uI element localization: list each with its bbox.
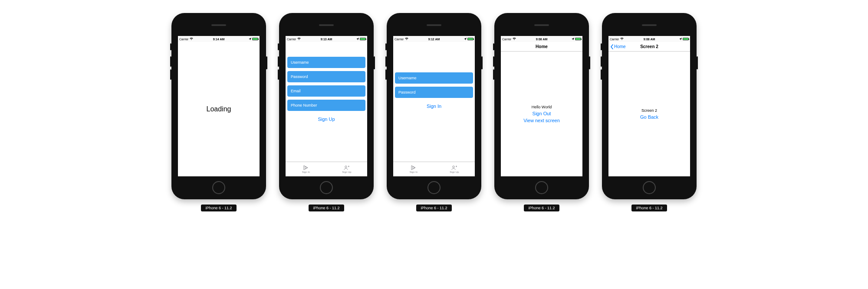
device-4: Carrier 9:08 AM Home Hello World Sign [494, 13, 589, 211]
phone-field[interactable]: Phone Number [287, 100, 365, 111]
battery-icon [467, 38, 473, 40]
screen: Carrier 9:13 AM Username Password Email … [286, 36, 367, 176]
tab-signup-label: Sign Up [450, 171, 459, 173]
tab-signin-label: Sign In [302, 171, 310, 173]
tab-signin[interactable]: Sign In [286, 162, 326, 176]
svg-point-1 [453, 166, 454, 168]
tab-bar: Sign In Sign Up [393, 162, 475, 176]
nav-title: Home [536, 44, 548, 49]
battery-icon [575, 38, 581, 40]
device-1: Carrier 9:14 AM Loading iPhone 6 - [171, 13, 266, 211]
chevron-left-icon [610, 44, 614, 49]
status-bar: Carrier 9:08 AM [608, 36, 690, 42]
phone-frame: Carrier 9:14 AM Loading [171, 13, 266, 199]
svg-point-0 [345, 166, 347, 168]
status-time: 9:13 AM [286, 38, 367, 41]
home-button[interactable] [212, 181, 225, 194]
view-next-button[interactable]: View next screen [523, 118, 560, 123]
tab-signup[interactable]: Sign Up [434, 162, 475, 176]
username-field[interactable]: Username [395, 72, 473, 84]
tab-signup[interactable]: Sign Up [326, 162, 367, 176]
status-time: 9:12 AM [393, 38, 475, 41]
status-bar: Carrier 9:08 AM [501, 36, 582, 42]
username-field[interactable]: Username [287, 57, 365, 68]
password-field[interactable]: Password [395, 87, 473, 98]
battery-icon [252, 38, 258, 40]
tab-bar: Sign In Sign Up [286, 162, 367, 176]
simulator-label: iPhone 6 - 11.2 [416, 205, 451, 211]
nav-back-label: Home [614, 44, 626, 49]
screen: Carrier 9:08 AM Home Screen 2 [608, 36, 690, 176]
signin-icon [411, 165, 417, 170]
signin-button[interactable]: Sign In [395, 101, 473, 111]
home-button[interactable] [535, 181, 548, 194]
status-time: 9:14 AM [178, 38, 260, 41]
status-bar: Carrier 9:14 AM [178, 36, 260, 42]
signup-button[interactable]: Sign Up [287, 114, 365, 124]
screen2-label: Screen 2 [641, 108, 657, 113]
battery-icon [360, 38, 366, 40]
screen: Carrier 9:08 AM Home Hello World Sign [501, 36, 582, 176]
simulator-label: iPhone 6 - 11.2 [631, 205, 667, 211]
tab-signin[interactable]: Sign In [393, 162, 434, 176]
simulator-label: iPhone 6 - 11.2 [524, 205, 559, 211]
phone-frame: Carrier 9:12 AM Username Password Sign I… [387, 13, 481, 199]
status-time: 9:08 AM [608, 38, 690, 41]
email-field[interactable]: Email [287, 85, 365, 97]
nav-back-button[interactable]: Home [610, 42, 626, 51]
screen: Carrier 9:12 AM Username Password Sign I… [393, 36, 475, 176]
password-field[interactable]: Password [287, 71, 365, 82]
signup-icon [344, 165, 350, 170]
battery-icon [683, 38, 689, 40]
nav-title: Screen 2 [640, 44, 658, 49]
home-button[interactable] [427, 181, 441, 194]
nav-bar: Home Screen 2 [608, 42, 690, 52]
home-button[interactable] [643, 181, 656, 194]
status-time: 9:08 AM [501, 38, 582, 41]
device-3: Carrier 9:12 AM Username Password Sign I… [387, 13, 481, 211]
home-button[interactable] [320, 181, 333, 194]
device-5: Carrier 9:08 AM Home Screen 2 [602, 13, 697, 211]
screen: Carrier 9:14 AM Loading [178, 36, 260, 176]
signin-icon [303, 165, 309, 170]
goback-button[interactable]: Go Back [640, 114, 658, 120]
phone-frame: Carrier 9:13 AM Username Password Email … [279, 13, 374, 199]
simulator-label: iPhone 6 - 11.2 [309, 205, 344, 211]
simulator-label: iPhone 6 - 11.2 [201, 205, 236, 211]
hello-label: Hello World [532, 105, 552, 109]
loading-label: Loading [207, 105, 231, 113]
status-bar: Carrier 9:13 AM [286, 36, 367, 42]
status-bar: Carrier 9:12 AM [393, 36, 475, 42]
device-2: Carrier 9:13 AM Username Password Email … [279, 13, 374, 211]
signup-icon [451, 165, 457, 170]
phone-frame: Carrier 9:08 AM Home Hello World Sign [494, 13, 589, 199]
signout-button[interactable]: Sign Out [533, 111, 551, 116]
nav-bar: Home [501, 42, 582, 52]
tab-signup-label: Sign Up [342, 171, 351, 173]
tab-signin-label: Sign In [410, 171, 418, 173]
phone-frame: Carrier 9:08 AM Home Screen 2 [602, 13, 697, 199]
